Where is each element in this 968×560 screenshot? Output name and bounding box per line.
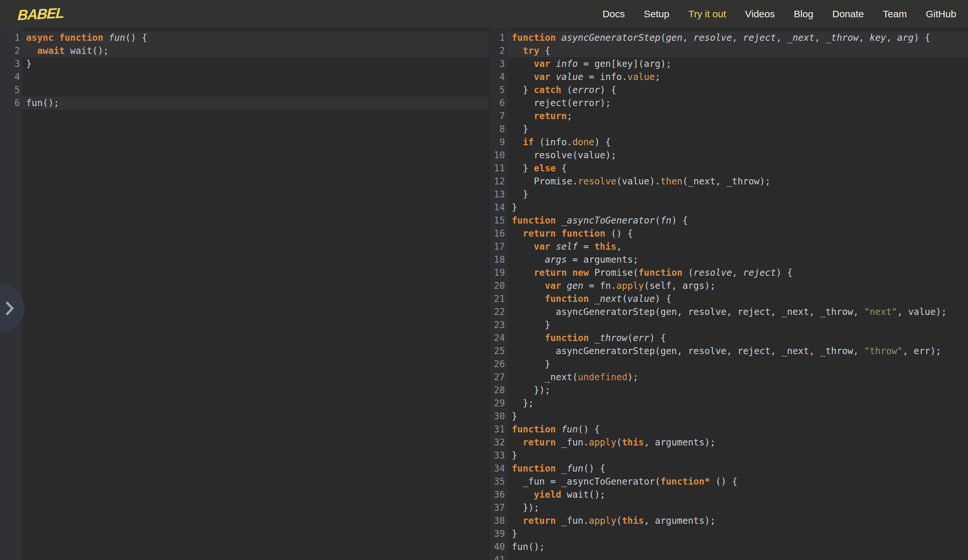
line-number: 27 — [489, 371, 508, 384]
nav-link-blog[interactable]: Blog — [794, 8, 813, 20]
code-text: resolve(value); — [508, 149, 968, 162]
code-line: 39} — [489, 527, 968, 540]
code-line: 10 resolve(value); — [489, 149, 968, 162]
code-text: var gen = fn.apply(self, args); — [508, 279, 968, 292]
code-text: function _throw(err) { — [508, 332, 968, 345]
code-text: function _next(value) { — [508, 292, 968, 306]
code-text: args = arguments; — [508, 253, 968, 266]
code-line: 34function _fun() { — [489, 462, 968, 475]
code-line: 13 } — [489, 188, 968, 201]
line-number: 28 — [489, 384, 508, 397]
nav-links: DocsSetupTry it outVideosBlogDonateTeamG… — [603, 8, 968, 20]
code-line: 12 Promise.resolve(value).then(_next, _t… — [489, 175, 968, 188]
output-editor[interactable]: 1function asyncGeneratorStep(gen, resolv… — [489, 28, 968, 560]
code-text: } — [508, 123, 968, 136]
code-text: function fun() { — [508, 423, 968, 436]
line-number: 6 — [489, 97, 508, 110]
code-text: try { — [508, 45, 968, 58]
workspace: 1async function fun() {2 await wait();3}… — [0, 28, 968, 560]
code-line: 32 return _fun.apply(this, arguments); — [489, 436, 968, 449]
nav-link-try-it-out[interactable]: Try it out — [688, 8, 726, 20]
sidebar-expand-button[interactable] — [0, 284, 31, 333]
nav-link-videos[interactable]: Videos — [745, 8, 775, 20]
line-number: 34 — [489, 462, 508, 475]
code-text: } — [508, 527, 968, 540]
line-number: 36 — [489, 488, 508, 501]
code-line: 17 var self = this, — [489, 240, 968, 253]
nav-link-github[interactable]: GitHub — [926, 8, 956, 20]
line-number: 19 — [489, 266, 508, 279]
code-line: 29 }; — [489, 397, 968, 410]
code-text: if (info.done) { — [508, 136, 968, 149]
code-line: 22 asyncGeneratorStep(gen, resolve, reje… — [489, 306, 968, 319]
code-text — [508, 553, 968, 560]
code-line: 14} — [489, 201, 968, 214]
line-number: 14 — [489, 201, 508, 214]
code-line: 7 return; — [489, 110, 968, 123]
code-line: 9 if (info.done) { — [489, 136, 968, 149]
nav-link-donate[interactable]: Donate — [832, 8, 864, 20]
code-text: reject(error); — [508, 97, 968, 110]
line-number: 18 — [489, 253, 508, 266]
babel-logo[interactable]: BABEL — [17, 5, 64, 23]
line-number: 6 — [0, 97, 22, 110]
code-text: } — [508, 410, 968, 423]
code-line: 24 function _throw(err) { — [489, 332, 968, 345]
code-text: async function fun() { — [22, 31, 489, 45]
line-number: 2 — [0, 45, 22, 58]
code-line: 2 try { — [489, 45, 968, 58]
code-text: Promise.resolve(value).then(_next, _thro… — [508, 175, 968, 188]
code-line: 23 } — [489, 319, 968, 332]
code-line: 35 _fun = _asyncToGenerator(function* ()… — [489, 475, 968, 488]
code-text: var value = info.value; — [508, 71, 968, 84]
line-number: 40 — [489, 540, 508, 553]
code-line: 27 _next(undefined); — [489, 371, 968, 384]
nav-link-docs[interactable]: Docs — [603, 8, 625, 20]
code-text: function _fun() { — [508, 462, 968, 475]
code-text: _fun = _asyncToGenerator(function* () { — [508, 475, 968, 488]
code-text: function _asyncToGenerator(fn) { — [508, 214, 968, 227]
code-text: } — [508, 201, 968, 214]
code-line: 6 reject(error); — [489, 97, 968, 110]
code-line: 5 } catch (error) { — [489, 84, 968, 97]
navbar: BABEL DocsSetupTry it outVideosBlogDonat… — [0, 0, 968, 28]
line-number: 22 — [489, 306, 508, 319]
code-text: return _fun.apply(this, arguments); — [508, 436, 968, 449]
code-text: } — [22, 58, 489, 71]
line-number: 30 — [489, 410, 508, 423]
line-number: 5 — [489, 84, 508, 97]
code-line: 2 await wait(); — [0, 45, 489, 58]
code-text: asyncGeneratorStep(gen, resolve, reject,… — [508, 306, 968, 319]
code-text: return _fun.apply(this, arguments); — [508, 514, 968, 527]
code-line: 6fun(); — [0, 97, 489, 110]
line-number: 25 — [489, 345, 508, 358]
line-number: 21 — [489, 292, 508, 306]
code-text: yield wait(); — [508, 488, 968, 501]
code-text: return; — [508, 110, 968, 123]
nav-link-setup[interactable]: Setup — [644, 8, 669, 20]
line-number: 29 — [489, 397, 508, 410]
code-line: 5 — [0, 84, 489, 97]
nav-link-team[interactable]: Team — [883, 8, 907, 20]
line-number: 1 — [489, 31, 508, 45]
code-text: return new Promise(function (resolve, re… — [508, 266, 968, 279]
code-line: 41 — [489, 553, 968, 560]
line-number: 24 — [489, 332, 508, 345]
line-number: 17 — [489, 240, 508, 253]
line-number: 15 — [489, 214, 508, 227]
chevron-right-icon — [5, 301, 14, 316]
code-text: return function () { — [508, 227, 968, 240]
code-text: }); — [508, 501, 968, 514]
code-line: 26 } — [489, 358, 968, 371]
code-text: var self = this, — [508, 240, 968, 253]
line-number: 4 — [489, 71, 508, 84]
line-number: 3 — [489, 58, 508, 71]
code-text: await wait(); — [22, 45, 489, 58]
code-line: 3} — [0, 58, 489, 71]
code-text: } else { — [508, 162, 968, 175]
source-editor[interactable]: 1async function fun() {2 await wait();3}… — [0, 28, 489, 560]
code-text: } — [508, 319, 968, 332]
source-code-lines: 1async function fun() {2 await wait();3}… — [0, 28, 489, 110]
line-number: 4 — [0, 71, 22, 84]
code-text: fun(); — [22, 97, 489, 110]
